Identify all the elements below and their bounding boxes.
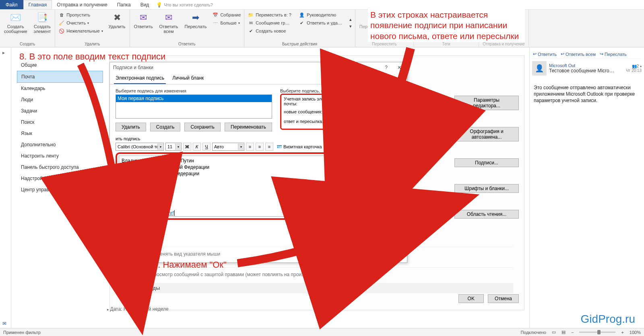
junk-button[interactable]: 🚫Нежелательные▾ (58, 27, 103, 35)
folder-icon: 📁 (248, 12, 254, 18)
newmsg-label: новые сообщения: (284, 109, 351, 114)
quick-reply-del[interactable]: ✔Ответить и уда… (298, 19, 343, 27)
forward-icon: ↪ (600, 51, 603, 57)
opt-tasks[interactable]: Задачи (17, 105, 103, 117)
underline-button[interactable]: Ч (202, 143, 211, 151)
opt-mail[interactable]: Почта (17, 71, 103, 83)
sig-link[interactable]: Putin.VV@yandex.ru (122, 184, 167, 190)
ribbon-group-create: Создать (2, 41, 52, 46)
outer-ok-button[interactable]: OK (458, 294, 484, 303)
status-connected: Подключено (520, 330, 546, 335)
image-button[interactable]: 🖼 (329, 143, 337, 151)
zoom-level: 100% (630, 330, 641, 335)
ignore-button[interactable]: 🗑Пропустить (58, 11, 103, 18)
quick-up[interactable]: ▴ (349, 16, 353, 23)
dialog-title: Подписи и бланки (113, 65, 153, 70)
annotation-9: 9. Нажимаем "Ок" (153, 260, 227, 270)
fonts-button[interactable]: Шрифты и бланки... (454, 184, 519, 193)
opt-advanced[interactable]: Дополнительно (17, 139, 103, 150)
link-button[interactable]: 🔗 (339, 143, 347, 151)
business-card-button[interactable]: 🪪 Визитная карточка (275, 143, 327, 151)
chevron-down-icon: ▾ (390, 118, 397, 125)
opt-qat[interactable]: Панель быстрого доступа (17, 162, 103, 173)
cleanup-section: Очистка беседы (116, 283, 513, 293)
msg-from: Microsoft Out (549, 63, 623, 68)
opt-people[interactable]: Люди (17, 94, 103, 105)
editor-options-button[interactable]: Параметры редактора... (454, 96, 519, 110)
close-button[interactable]: ✕ (395, 65, 404, 70)
bold-button[interactable]: Ж (183, 143, 191, 151)
zoom-slider[interactable] (579, 332, 615, 333)
quick-team[interactable]: ✉Сообщение гр… (247, 19, 292, 27)
reply-label: ответ и пересылка: (284, 119, 351, 124)
clean-button[interactable]: 🧹Очистить▾ (58, 19, 103, 27)
opt-search[interactable]: Поиск (17, 117, 103, 128)
new-message-button[interactable]: ✉️Создать сообщение (2, 11, 29, 35)
signatures-button[interactable]: Подписи... (454, 158, 519, 167)
italic-button[interactable]: К (193, 143, 201, 151)
opt-trust[interactable]: Центр управления безопасностью (17, 184, 103, 195)
tab-folder[interactable]: Папка (112, 0, 136, 9)
menu-file[interactable]: Файл (0, 0, 23, 9)
create-sig-button[interactable]: Создать (150, 123, 181, 131)
zoom-out[interactable]: − (571, 330, 574, 335)
signature-editor-highlight: Владимир Владимирович Путин Правительств… (116, 152, 401, 220)
help-button[interactable]: ? (382, 65, 390, 70)
font-size-combo[interactable]: 11▾ (165, 143, 182, 151)
tab-sendreceive[interactable]: Отправка и получение (52, 0, 112, 9)
align-right-button[interactable]: ≡ (265, 143, 273, 151)
sig-link[interactable]: https://twitter.com/putinrf (122, 210, 175, 216)
save-sig-button[interactable]: Сохранить (184, 123, 221, 131)
signature-editor[interactable]: Владимир Владимирович Путин Правительств… (119, 156, 398, 217)
signature-list[interactable]: Моя первая подпись (116, 94, 272, 119)
date-group-label: Дата: На прошлой неделе (107, 306, 169, 312)
cursor-checkbox[interactable] (121, 250, 126, 256)
delete-sig-button[interactable]: Удалить (116, 123, 146, 131)
quick-down[interactable]: ▾ (349, 23, 353, 29)
more-button[interactable]: ⋯Больше▾ (211, 19, 242, 27)
quick-boss[interactable]: 👤Руководителю (298, 11, 343, 18)
color-combo[interactable]: Авто▾ (212, 143, 244, 151)
opt-ribbon[interactable]: Настроить ленту (17, 150, 103, 162)
status-filter: Применен фильтр (3, 330, 41, 335)
irm-checkbox[interactable] (121, 271, 126, 276)
align-center-button[interactable]: ≡ (256, 143, 264, 151)
account-combo[interactable]: xxxxxxxxxxxxxx▾ (353, 97, 398, 105)
preview-forward[interactable]: ↪Переслать (600, 51, 627, 57)
reply-all-button[interactable]: ✉Ответить всем (158, 11, 180, 35)
rename-sig-button[interactable]: Переименовать (225, 123, 272, 131)
preview-reply-all[interactable]: ↩Ответить всем (561, 51, 596, 57)
view-normal-icon[interactable]: ▭ (552, 330, 556, 335)
reply-combo[interactable]: (нет)▾ (353, 117, 398, 125)
tab-stationery[interactable]: Личный бланк (171, 73, 205, 84)
opt-language[interactable]: Язык (17, 128, 103, 139)
preview-reply[interactable]: ↩Ответить (533, 51, 557, 57)
opt-addins[interactable]: Надстройки (17, 173, 103, 184)
view-reading-icon[interactable]: ▤ (561, 330, 566, 335)
signature-list-item[interactable]: Моя первая подпись (116, 95, 272, 102)
tab-view[interactable]: Вид (136, 0, 154, 9)
reply-icon: ✉ (137, 12, 150, 23)
quick-move-to[interactable]: 📁Переместить в: ? (247, 11, 292, 18)
spelling-button[interactable]: Орфография и автозамена... (454, 127, 519, 141)
quick-create-new[interactable]: ✔Создать новое (247, 27, 292, 35)
reply-button[interactable]: ✉Ответить (132, 11, 155, 35)
opt-calendar[interactable]: Календарь (17, 83, 103, 94)
bulb-icon: 💡 (156, 2, 162, 8)
zoom-in[interactable]: + (621, 330, 623, 335)
newmsg-combo[interactable]: Моя первая подпись▾ (353, 108, 398, 116)
meeting-button[interactable]: 📅Собрание (211, 11, 242, 18)
delete-button[interactable]: ✖Удалить (107, 11, 127, 35)
tab-signature[interactable]: Электронная подпись (114, 73, 166, 84)
sig-link[interactable]: Putin.VV@Gmail.com (122, 191, 168, 196)
new-item-button[interactable]: 📑Создать элемент (32, 11, 53, 35)
align-left-button[interactable]: ≡ (246, 143, 254, 151)
forward-button[interactable]: ➡Переслать (183, 11, 208, 35)
tell-me[interactable]: 💡Что вы хотите сделать? (156, 2, 213, 8)
tab-home[interactable]: Главная (23, 0, 52, 9)
outer-cancel-button[interactable]: Отмена (488, 294, 519, 303)
reading-pane-button[interactable]: Область чтения... (454, 210, 519, 219)
font-name-combo[interactable]: Calibri (Основной те▾ (116, 143, 164, 151)
sig-link[interactable]: Putin.VV@mail.ru (122, 197, 160, 203)
sig-link[interactable]: Putin.VV@rambler.ru (122, 203, 167, 209)
